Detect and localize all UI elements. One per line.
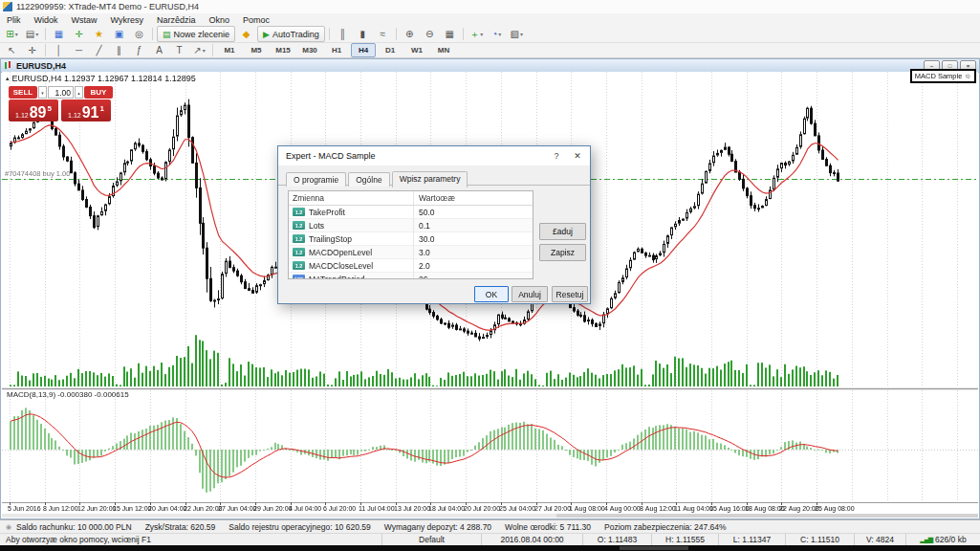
autotrading-button[interactable]: ▶AutoTrading xyxy=(257,26,325,42)
dialog-tab-1[interactable]: O programie xyxy=(286,172,346,187)
horizontal-line-tool-button[interactable]: ─ xyxy=(70,42,88,58)
timeframe-m1[interactable]: M1 xyxy=(217,43,242,57)
param-value[interactable]: 50.0 xyxy=(413,206,533,218)
trendline-tool-button[interactable]: ╱ xyxy=(90,42,108,58)
timeframe-m5[interactable]: M5 xyxy=(244,43,269,57)
expert-advisor-label[interactable]: MACD Sample ☺ xyxy=(910,69,976,83)
menu-pomoc[interactable]: Pomoc xyxy=(236,13,276,26)
param-name: MACDCloseLevel xyxy=(309,261,373,271)
param-row[interactable]: 1.2TrailingStop30.0 xyxy=(289,232,533,246)
label-tool-button[interactable]: T xyxy=(170,42,188,58)
param-name: TakeProfit xyxy=(309,208,345,217)
param-type-icon: 1.2 xyxy=(293,208,305,216)
toolbar-separator xyxy=(45,28,46,40)
text-tool-button[interactable]: A xyxy=(150,42,168,58)
menu-plik[interactable]: Plik xyxy=(0,13,28,26)
timeframe-mn[interactable]: MN xyxy=(431,43,456,57)
sell-price-pip: 5 xyxy=(47,104,51,113)
vertical-line-tool-button[interactable]: │ xyxy=(50,42,68,58)
volume-increase-button[interactable]: ▴ xyxy=(75,86,83,99)
channel-tool-button[interactable]: ∥ xyxy=(110,42,128,58)
metaeditor-button[interactable]: ◆ xyxy=(237,26,255,42)
toolbar-separator xyxy=(152,28,153,40)
help-hint-text: Aby otworzyæ okno pomocy, wciœnij F1 xyxy=(0,535,151,544)
timeframe-m30[interactable]: M30 xyxy=(297,43,322,57)
mt4-terminal: { "app": { "title": "1122909959: XTrade-… xyxy=(0,0,980,551)
market-watch-button[interactable]: ▦ xyxy=(50,26,68,42)
buy-button[interactable]: BUY xyxy=(84,86,113,99)
buy-price-panel[interactable]: 1.12 91 1 xyxy=(61,99,111,121)
dialog-close-button[interactable]: ✕ xyxy=(567,148,588,164)
menu-wykresy[interactable]: Wykresy xyxy=(104,13,150,26)
menu-bar: PlikWidokWstawWykresyNarzêdziaOknoPomoc xyxy=(0,13,980,27)
sell-price-big: 89 xyxy=(30,105,47,121)
load-button[interactable]: £aduj xyxy=(539,223,586,240)
status-cell-template[interactable]: Default xyxy=(381,534,481,545)
menu-wstaw[interactable]: Wstaw xyxy=(65,13,104,26)
data-window-button[interactable]: ✛ xyxy=(70,26,88,42)
profiles-button[interactable]: ▤▾ xyxy=(23,26,41,42)
zoom-in-button[interactable]: ⊕ xyxy=(401,26,419,42)
sell-button[interactable]: SELL xyxy=(9,86,37,99)
param-row[interactable]: 1.2Lots0.1 xyxy=(289,219,533,232)
periods-button[interactable]: ◔▾ xyxy=(488,26,506,42)
param-value[interactable]: 30.0 xyxy=(413,232,533,245)
zoom-out-button[interactable]: ⊖ xyxy=(421,26,439,42)
cursor-tool-button[interactable]: ↖ xyxy=(3,42,21,58)
dialog-tab-3[interactable]: Wpisz parametry xyxy=(392,171,468,187)
windows-taskbar[interactable] xyxy=(0,545,980,551)
param-value[interactable]: 26 xyxy=(413,273,533,279)
collapse-arrow-icon[interactable]: ▴ xyxy=(6,75,10,82)
account-status-segment: Saldo rejestru operacyjnego: 10 620.59 xyxy=(229,522,370,532)
param-row[interactable]: 123MATrendPeriod26 xyxy=(289,273,533,279)
reset-button[interactable]: Resetuj xyxy=(552,286,588,302)
volume-decrease-button[interactable]: ▾ xyxy=(38,86,47,99)
param-row[interactable]: 1.2MACDCloseLevel2.0 xyxy=(289,259,533,273)
ok-button[interactable]: OK xyxy=(474,286,509,302)
param-value[interactable]: 0.1 xyxy=(413,219,533,231)
param-header-name: Zmienna xyxy=(289,191,413,205)
fibonacci-tool-button[interactable]: ƒ xyxy=(130,42,148,58)
timeframe-m15[interactable]: M15 xyxy=(271,43,295,57)
timeframe-h1[interactable]: H1 xyxy=(324,43,349,57)
bar-chart-button[interactable]: ║ xyxy=(334,26,352,42)
candlestick-chart-button[interactable]: ▮ xyxy=(354,26,372,42)
menu-widok[interactable]: Widok xyxy=(28,13,65,26)
new-chart-button[interactable]: ⊞▾ xyxy=(3,26,21,42)
buy-price-pip: 1 xyxy=(99,104,103,113)
new-order-button[interactable]: ▤Nowe zlecenie xyxy=(157,26,235,42)
navigator-button[interactable]: ★ xyxy=(90,26,108,42)
dialog-tab-2[interactable]: Ogólne xyxy=(348,172,389,187)
cancel-button[interactable]: Anuluj xyxy=(512,286,548,302)
param-value[interactable]: 3.0 xyxy=(413,246,533,258)
timeframe-h4[interactable]: H4 xyxy=(351,43,376,57)
sell-price-panel[interactable]: 1.12 89 5 xyxy=(9,99,58,121)
volume-input[interactable]: 1.00 xyxy=(48,86,74,99)
chart-window-title-bar[interactable]: EURUSD,H4 – □ × xyxy=(1,59,979,73)
menu-narzdzia[interactable]: Narzêdzia xyxy=(150,13,203,26)
crosshair-tool-button[interactable]: ✛ xyxy=(23,42,41,58)
dialog-title: Expert - MACD Sample xyxy=(286,151,376,161)
menu-okno[interactable]: Okno xyxy=(202,13,236,26)
save-button[interactable]: Zapisz xyxy=(539,244,586,261)
param-value[interactable]: 2.0 xyxy=(413,259,533,272)
param-type-icon: 1.2 xyxy=(293,261,305,270)
status-cell-ohlcv: ▂▄▆626/0 kb xyxy=(905,534,980,545)
status-cells: Default2016.08.04 00:00O: 1.11483H: 1.11… xyxy=(381,534,980,545)
tile-windows-button[interactable]: ▦ xyxy=(441,26,459,42)
terminal-button[interactable]: ▣ xyxy=(110,26,128,42)
param-row[interactable]: 1.2MACDOpenLevel3.0 xyxy=(289,246,533,259)
param-row[interactable]: 1.2TakeProfit50.0 xyxy=(289,206,533,219)
ohlc-values: EURUSD,H4 1.12937 1.12967 1.12814 1.1289… xyxy=(12,74,196,83)
templates-button[interactable]: ▧▾ xyxy=(508,26,526,42)
dialog-help-button[interactable]: ? xyxy=(546,148,567,164)
arrows-tool-button[interactable]: ↗▾ xyxy=(190,42,208,58)
strategy-tester-button[interactable]: ◎ xyxy=(130,26,148,42)
status-cell-ohlcv: L: 1.11347 xyxy=(718,534,785,545)
dialog-title-bar[interactable]: Expert - MACD Sample ? ✕ xyxy=(278,146,590,165)
line-chart-button[interactable]: ≈ xyxy=(374,26,392,42)
taskbar-item[interactable] xyxy=(620,546,688,550)
timeframe-d1[interactable]: D1 xyxy=(378,43,403,57)
timeframe-w1[interactable]: W1 xyxy=(404,43,429,57)
indicators-button[interactable]: ＋▾ xyxy=(468,26,486,42)
